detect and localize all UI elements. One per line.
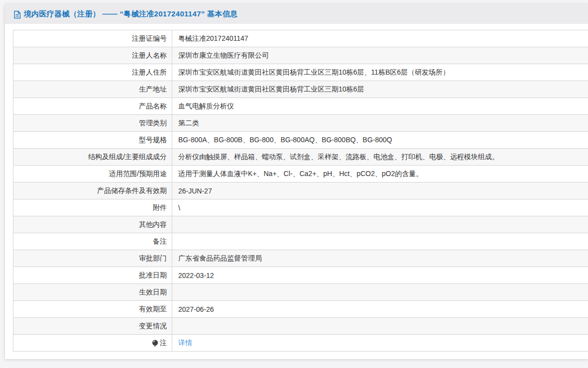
table-row: 生效日期 (13, 284, 588, 301)
row-value (172, 233, 588, 250)
row-label: 备注 (13, 233, 172, 250)
row-value-text: 26-JUN-27 (178, 187, 212, 195)
table-row: 管理类别 第二类 (13, 115, 588, 132)
table-row: 批准日期 2022-03-12 (13, 267, 588, 284)
row-label-text: 有效期至 (139, 305, 167, 314)
row-label: 批准日期 (13, 267, 172, 283)
row-value-text: BG-800A、BG-800B、BG-800、BG-800AQ、BG-800BQ… (178, 136, 392, 145)
row-label-text: 注册人名称 (132, 51, 167, 60)
row-value: BG-800A、BG-800B、BG-800、BG-800AQ、BG-800BQ… (172, 132, 588, 148)
row-label-text: 注 (160, 339, 167, 348)
table-row: 产品储存条件及有效期 26-JUN-27 (13, 183, 588, 199)
row-value: \ (172, 199, 588, 216)
row-value-text: 2027-06-26 (178, 305, 214, 313)
row-value-text: 深圳市康立生物医疗有限公司 (178, 51, 269, 60)
row-value (172, 318, 588, 334)
table-row: 注册证编号 粤械注准20172401147 (13, 30, 588, 47)
row-label: 管理类别 (13, 115, 172, 131)
table-row: 变更情况 (13, 318, 588, 335)
table-row: 适用范围/预期用途 适用于测量人体血液中K+、Na+、Cl-、Ca2+、pH、H… (13, 166, 588, 183)
row-label-text: 附件 (153, 203, 167, 212)
table-row: 注 详情 (13, 335, 588, 352)
row-value: 深圳市宝安区航城街道黄田社区黄田杨背工业区三期10栋6层 (172, 81, 588, 97)
row-value: 2022-03-12 (172, 267, 588, 283)
table-row: 其他内容 (13, 216, 588, 233)
row-label: 其他内容 (13, 216, 172, 233)
row-value: 26-JUN-27 (172, 183, 588, 199)
info-table: 注册证编号 粤械注准20172401147 注册人名称 深圳市康立生物医疗有限公… (13, 30, 588, 352)
row-label: 生效日期 (13, 284, 172, 300)
row-value-text: 第二类 (178, 119, 199, 128)
row-value-text: 适用于测量人体血液中K+、Na+、Cl-、Ca2+、pH、Hct、pCO2、pO… (178, 170, 423, 179)
row-value: 适用于测量人体血液中K+、Na+、Cl-、Ca2+、pH、Hct、pCO2、pO… (172, 166, 588, 182)
row-value-text: 粤械注准20172401147 (178, 34, 248, 43)
row-value-text: 广东省食品药品监督管理局 (178, 254, 262, 263)
row-label-text: 审批部门 (139, 254, 167, 263)
document-icon (13, 10, 21, 19)
row-label-text: 型号规格 (139, 136, 167, 145)
info-table-wrap: 注册证编号 粤械注准20172401147 注册人名称 深圳市康立生物医疗有限公… (13, 30, 588, 352)
row-label-text: 适用范围/预期用途 (109, 170, 167, 179)
row-label-text: 备注 (153, 237, 167, 246)
content-card: 境内医疗器械（注册） —— “粤械注准20172401147” 基本信息 注册证… (5, 4, 588, 359)
row-value: 2027-06-26 (172, 301, 588, 317)
row-label: 注 (13, 335, 172, 351)
page-title: 境内医疗器械（注册） —— “粤械注准20172401147” 基本信息 (24, 9, 237, 19)
row-value: 分析仪由触摸屏、样品箱、蠕动泵、试剂盒、采样架、流路板、电池盒、打印机、电极、远… (172, 149, 588, 165)
table-row: 型号规格 BG-800A、BG-800B、BG-800、BG-800AQ、BG-… (13, 132, 588, 149)
row-label-text: 管理类别 (139, 119, 167, 128)
table-row: 附件 \ (13, 199, 588, 216)
row-label-text: 变更情况 (139, 322, 167, 331)
row-value: 深圳市康立生物医疗有限公司 (172, 47, 588, 64)
row-value (172, 216, 588, 233)
row-value: 血气电解质分析仪 (172, 98, 588, 114)
note-icon (152, 340, 158, 348)
row-value: 第二类 (172, 115, 588, 131)
row-value-text: \ (178, 204, 180, 212)
row-label: 适用范围/预期用途 (13, 166, 172, 182)
row-label: 产品储存条件及有效期 (13, 183, 172, 199)
row-value: 详情 (172, 335, 588, 351)
row-label-text: 结构及组成/主要组成成分 (88, 153, 167, 162)
row-value (172, 284, 588, 300)
row-label: 注册证编号 (13, 30, 172, 47)
table-row: 有效期至 2027-06-26 (13, 301, 588, 318)
row-label-text: 产品名称 (139, 102, 167, 111)
row-value: 广东省食品药品监督管理局 (172, 250, 588, 267)
table-row: 备注 (13, 233, 588, 250)
row-label: 注册人住所 (13, 64, 172, 81)
row-label-text: 批准日期 (139, 271, 167, 280)
details-link[interactable]: 详情 (178, 339, 192, 348)
table-row: 生产地址 深圳市宝安区航城街道黄田社区黄田杨背工业区三期10栋6层 (13, 81, 588, 98)
row-label-text: 产品储存条件及有效期 (97, 186, 167, 195)
row-label-text: 生效日期 (139, 288, 167, 297)
table-row: 注册人名称 深圳市康立生物医疗有限公司 (13, 47, 588, 64)
row-label: 变更情况 (13, 318, 172, 334)
row-label: 附件 (13, 199, 172, 216)
row-label: 结构及组成/主要组成成分 (13, 149, 172, 165)
row-label-text: 注册人住所 (132, 68, 167, 77)
row-value-text: 分析仪由触摸屏、样品箱、蠕动泵、试剂盒、采样架、流路板、电池盒、打印机、电极、远… (178, 153, 499, 162)
table-row: 注册人住所 深圳市宝安区航城街道黄田社区黄田杨背工业区三期10栋6层、11栋B区… (13, 64, 588, 81)
row-value-text: 深圳市宝安区航城街道黄田社区黄田杨背工业区三期10栋6层 (178, 85, 364, 94)
row-label-text: 生产地址 (139, 85, 167, 94)
row-value-text: 血气电解质分析仪 (178, 102, 234, 111)
row-label: 有效期至 (13, 301, 172, 317)
row-label: 注册人名称 (13, 47, 172, 64)
row-label: 审批部门 (13, 250, 172, 267)
page-header: 境内医疗器械（注册） —— “粤械注准20172401147” 基本信息 (5, 4, 588, 24)
row-value-text: 深圳市宝安区航城街道黄田社区黄田杨背工业区三期10栋6层、11栋B区6层（研发场… (178, 68, 450, 77)
row-value-text: 2022-03-12 (178, 272, 214, 279)
row-value: 深圳市宝安区航城街道黄田社区黄田杨背工业区三期10栋6层、11栋B区6层（研发场… (172, 64, 588, 81)
row-label: 生产地址 (13, 81, 172, 97)
table-row: 结构及组成/主要组成成分 分析仪由触摸屏、样品箱、蠕动泵、试剂盒、采样架、流路板… (13, 149, 588, 166)
table-row: 审批部门 广东省食品药品监督管理局 (13, 250, 588, 267)
row-label: 产品名称 (13, 98, 172, 114)
table-row: 产品名称 血气电解质分析仪 (13, 98, 588, 115)
row-value: 粤械注准20172401147 (172, 30, 588, 47)
row-label-text: 其他内容 (139, 220, 167, 229)
row-label-text: 注册证编号 (132, 34, 167, 43)
row-label: 型号规格 (13, 132, 172, 148)
